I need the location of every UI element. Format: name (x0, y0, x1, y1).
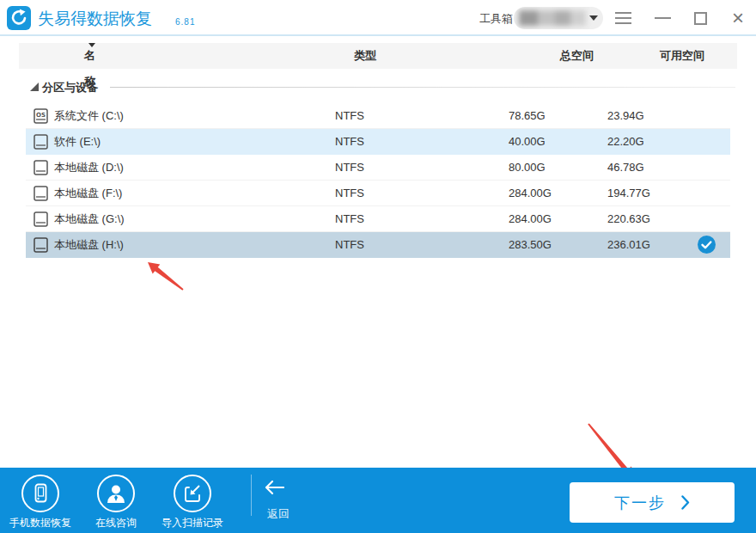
maximize-button[interactable] (687, 0, 713, 36)
column-header-total[interactable]: 总空间 (560, 43, 594, 69)
section-header: 分区与设备 (0, 77, 756, 96)
import-icon (174, 475, 211, 512)
drive-name: 本地磁盘 (F:\) (54, 181, 122, 206)
drive-type: NTFS (335, 129, 364, 155)
app-logo-icon (7, 6, 31, 30)
drive-type: NTFS (335, 181, 364, 206)
back-arrow-icon (262, 480, 286, 495)
drive-total-space: 283.50G (509, 232, 552, 258)
account-dropdown-caret-icon[interactable] (589, 15, 598, 21)
titlebar: 失易得数据恢复 6.81 工具箱 × (0, 0, 756, 36)
selected-check-icon (698, 236, 716, 254)
disk-icon (34, 186, 48, 201)
import-scan-records-button[interactable]: 导入扫描记录 (159, 475, 226, 530)
drive-row-g[interactable]: 本地磁盘 (G:\) NTFS 284.00G 220.63G (26, 206, 730, 232)
red-arrow-pointing-to-selected-row (129, 254, 198, 301)
drive-name: 本地磁盘 (G:\) (54, 206, 125, 232)
drive-row-e[interactable]: 软件 (E:\) NTFS 40.00G 22.20G (26, 129, 730, 155)
footer-divider (251, 475, 252, 516)
drive-type: NTFS (335, 206, 364, 232)
toolbox-label[interactable]: 工具箱 (479, 11, 513, 27)
back-label: 返回 (267, 506, 302, 522)
person-icon (97, 475, 135, 512)
disk-icon (34, 237, 48, 253)
drive-total-space: 78.65G (509, 103, 546, 129)
svg-text:OS: OS (36, 112, 46, 119)
minimize-button[interactable] (649, 0, 675, 36)
app-version: 6.81 (175, 17, 195, 27)
redacted-account-name (519, 10, 586, 26)
online-consultation-button[interactable]: 在线咨询 (82, 475, 149, 530)
drive-type: NTFS (335, 155, 364, 181)
drive-name: 软件 (E:\) (54, 129, 101, 155)
action-label: 在线咨询 (95, 516, 137, 530)
column-header-type[interactable]: 类型 (354, 43, 376, 69)
app-title: 失易得数据恢复 (38, 8, 152, 30)
close-button[interactable]: × (725, 0, 751, 36)
drive-list: OS 系统文件 (C:\) NTFS 78.65G 23.94G 软件 (E:\… (26, 103, 730, 258)
phone-data-recovery-button[interactable]: 手机数据恢复 (7, 475, 74, 530)
section-collapse-icon[interactable] (30, 83, 39, 91)
column-header-free[interactable]: 可用空间 (660, 43, 704, 69)
drive-free-space: 46.78G (607, 155, 644, 181)
drive-free-space: 23.94G (607, 103, 644, 129)
drive-free-space: 236.01G (607, 232, 650, 258)
next-label: 下一步 (614, 493, 666, 513)
drive-name: 系统文件 (C:\) (54, 103, 124, 129)
disk-icon (34, 134, 48, 150)
drive-row-h-selected[interactable]: 本地磁盘 (H:\) NTFS 283.50G 236.01G (26, 232, 730, 258)
drive-free-space: 194.77G (607, 181, 650, 206)
drive-total-space: 284.00G (509, 181, 552, 206)
sort-caret-icon (88, 43, 95, 47)
section-divider (110, 87, 735, 88)
drive-free-space: 22.20G (607, 129, 644, 155)
back-button[interactable]: 返回 (262, 480, 302, 522)
drive-row-c[interactable]: OS 系统文件 (C:\) NTFS 78.65G 23.94G (26, 103, 730, 129)
drive-row-d[interactable]: 本地磁盘 (D:\) NTFS 80.00G 46.78G (26, 155, 730, 181)
menu-icon[interactable] (610, 0, 636, 36)
drive-type: NTFS (335, 103, 364, 129)
table-header: 名称 类型 总空间 可用空间 (19, 43, 737, 69)
action-label: 导入扫描记录 (162, 516, 223, 530)
disk-icon (34, 160, 48, 175)
drive-type: NTFS (335, 232, 364, 258)
section-title: 分区与设备 (42, 80, 98, 95)
drive-total-space: 284.00G (509, 206, 552, 232)
drive-name: 本地磁盘 (D:\) (54, 155, 124, 181)
drive-total-space: 80.00G (509, 155, 546, 181)
next-chevron-icon (681, 495, 690, 510)
drive-total-space: 40.00G (509, 129, 546, 155)
footer-toolbar: 手机数据恢复 在线咨询 导入扫描记录 返回 下一步 (0, 468, 756, 533)
os-disk-icon: OS (34, 108, 48, 124)
drive-row-f[interactable]: 本地磁盘 (F:\) NTFS 284.00G 194.77G (26, 181, 730, 206)
drive-free-space: 220.63G (607, 206, 650, 232)
disk-icon (34, 211, 48, 227)
phone-icon (21, 475, 59, 512)
next-step-button[interactable]: 下一步 (570, 482, 735, 523)
action-label: 手机数据恢复 (9, 516, 71, 530)
drive-name: 本地磁盘 (H:\) (54, 232, 124, 258)
